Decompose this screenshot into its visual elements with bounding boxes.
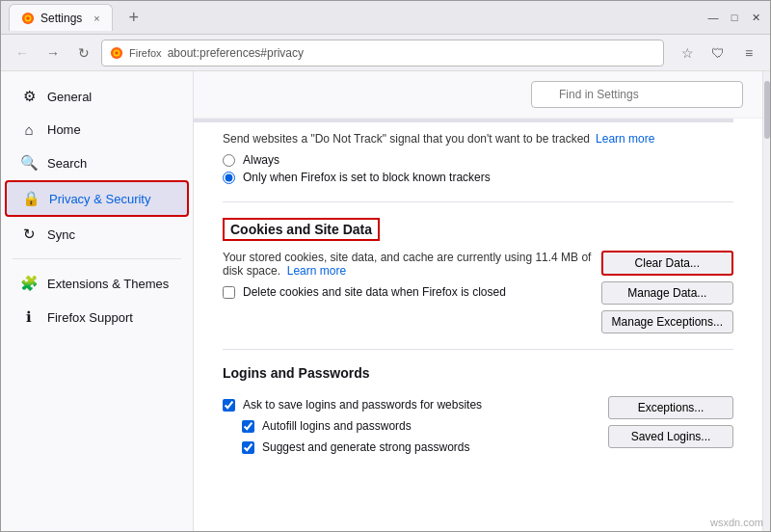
logins-title: Logins and Passwords [223,365,733,381]
dnt-always-radio[interactable] [223,154,235,167]
watermark: wsxdn.com [710,517,763,528]
dnt-section: Send websites a "Do Not Track" signal th… [194,122,762,198]
autofill-logins-checkbox[interactable] [242,420,254,433]
title-bar: Settings × + — □ ✕ [1,1,770,35]
sidebar-label-extensions: Extensions & Themes [47,277,169,291]
tab-title: Settings [40,12,82,25]
sidebar-label-sync: Sync [47,227,75,242]
search-icon: 🔍 [20,154,38,172]
svg-point-2 [26,16,30,20]
sidebar-label-search: Search [47,156,87,171]
browser-tab[interactable]: Settings × [9,4,113,31]
cookies-desc-text: Your stored cookies, site data, and cach… [223,251,591,278]
exceptions-button[interactable]: Exceptions... [608,396,733,419]
browser-window: Settings × + — □ ✕ ← → ↻ Firefox about:p… [0,0,771,532]
tab-close-button[interactable]: × [93,13,99,24]
svg-point-5 [115,51,119,55]
suggest-passwords-label: Suggest and generate strong passwords [262,440,469,454]
scrollbar[interactable] [762,71,770,531]
sidebar-item-home[interactable]: ⌂ Home [5,114,189,146]
clear-data-button[interactable]: Clear Data... [601,251,733,276]
find-input-wrapper: 🔍 [531,81,743,108]
logins-text-1: Ask to save logins and passwords for web… [223,390,598,454]
browser-label: Firefox [129,47,162,59]
content-area: 🔍 Send websites a "Do Not Track" signal … [194,71,762,531]
cookies-checkbox-row: Delete cookies and site data when Firefo… [223,285,592,299]
cookies-title: Cookies and Site Data [223,218,380,241]
cookies-section: Cookies and Site Data Your stored cookie… [194,206,762,345]
logins-checkbox-3: Suggest and generate strong passwords [242,440,598,454]
dnt-learn-more-link[interactable]: Learn more [596,132,654,146]
sidebar-item-search[interactable]: 🔍 Search [5,146,189,179]
cookies-row: Your stored cookies, site data, and cach… [223,251,733,333]
saved-logins-button[interactable]: Saved Logins... [608,425,733,448]
general-icon: ⚙ [20,88,38,105]
main-layout: ⚙ General ⌂ Home 🔍 Search 🔒 Privacy & Se… [1,71,770,531]
sidebar-label-general: General [47,90,92,104]
find-bar: 🔍 [194,71,762,119]
delete-cookies-checkbox[interactable] [223,286,235,299]
manage-data-button[interactable]: Manage Data... [601,281,733,305]
bookmark-button[interactable]: ☆ [674,40,701,66]
ask-save-logins-checkbox[interactable] [223,399,235,412]
window-controls: — □ ✕ [706,11,762,24]
sidebar-item-support[interactable]: ℹ Firefox Support [5,301,189,333]
forward-button[interactable]: → [40,40,66,66]
cookies-buttons: Clear Data... Manage Data... Manage Exce… [601,251,733,333]
logins-checkbox-2: Autofill logins and passwords [242,419,598,433]
dnt-text: Send websites a "Do Not Track" signal th… [223,132,590,146]
dnt-block-radio[interactable] [223,172,235,184]
sidebar-item-general[interactable]: ⚙ General [5,80,189,113]
cookies-text: Your stored cookies, site data, and cach… [223,251,592,299]
cookies-description: Your stored cookies, site data, and cach… [223,251,592,278]
section-divider-2 [223,349,733,350]
sidebar-item-extensions[interactable]: 🧩 Extensions & Themes [5,267,189,300]
dnt-block-label: Only when Firefox is set to block known … [243,171,491,184]
home-icon: ⌂ [20,121,38,138]
sidebar-divider [13,258,181,259]
dnt-always-label: Always [243,153,279,167]
minimize-button[interactable]: — [706,11,720,24]
section-divider-1 [223,201,733,202]
sidebar-label-support: Firefox Support [47,310,133,325]
sidebar-label-privacy: Privacy & Security [49,192,150,206]
shield-button[interactable]: 🛡 [705,40,731,66]
dnt-always-option: Always [223,153,733,167]
cookies-learn-more-link[interactable]: Learn more [287,264,346,278]
scrollbar-thumb[interactable] [764,81,770,139]
dnt-description: Send websites a "Do Not Track" signal th… [223,132,733,146]
logins-section: Logins and Passwords Ask to save logins … [194,354,762,471]
back-button[interactable]: ← [9,40,36,66]
sidebar-label-home: Home [47,122,81,137]
sidebar-item-privacy[interactable]: 🔒 Privacy & Security [5,180,189,217]
autofill-logins-label: Autofill logins and passwords [262,419,412,433]
extensions-icon: 🧩 [20,275,38,292]
nav-bar: ← → ↻ Firefox about:preferences#privacy … [1,35,770,71]
find-settings-input[interactable] [531,81,743,108]
close-window-button[interactable]: ✕ [749,11,762,24]
suggest-passwords-checkbox[interactable] [242,441,254,454]
dnt-block-option: Only when Firefox is set to block known … [223,171,733,184]
nav-right-buttons: ☆ 🛡 ≡ [674,40,762,66]
url-display: about:preferences#privacy [168,46,304,60]
support-icon: ℹ [20,308,38,326]
sync-icon: ↻ [20,226,38,243]
manage-exceptions-button[interactable]: Manage Exceptions... [601,310,733,333]
maximize-button[interactable]: □ [728,11,741,24]
sidebar-item-sync[interactable]: ↻ Sync [5,218,189,251]
logins-buttons: Exceptions... Saved Logins... [608,396,733,448]
ask-save-logins-label: Ask to save logins and passwords for web… [243,398,482,412]
lock-icon: 🔒 [22,190,40,207]
address-bar[interactable]: Firefox about:preferences#privacy [101,40,664,66]
new-tab-button[interactable]: + [120,4,147,31]
menu-button[interactable]: ≡ [735,40,762,66]
logins-checkbox-1: Ask to save logins and passwords for web… [223,398,598,412]
logins-row-1: Ask to save logins and passwords for web… [223,390,733,454]
firefox-favicon [21,12,35,25]
delete-cookies-label: Delete cookies and site data when Firefo… [243,285,506,299]
sidebar: ⚙ General ⌂ Home 🔍 Search 🔒 Privacy & Se… [1,71,194,531]
firefox-icon-small [110,46,123,60]
refresh-button[interactable]: ↻ [70,40,97,66]
